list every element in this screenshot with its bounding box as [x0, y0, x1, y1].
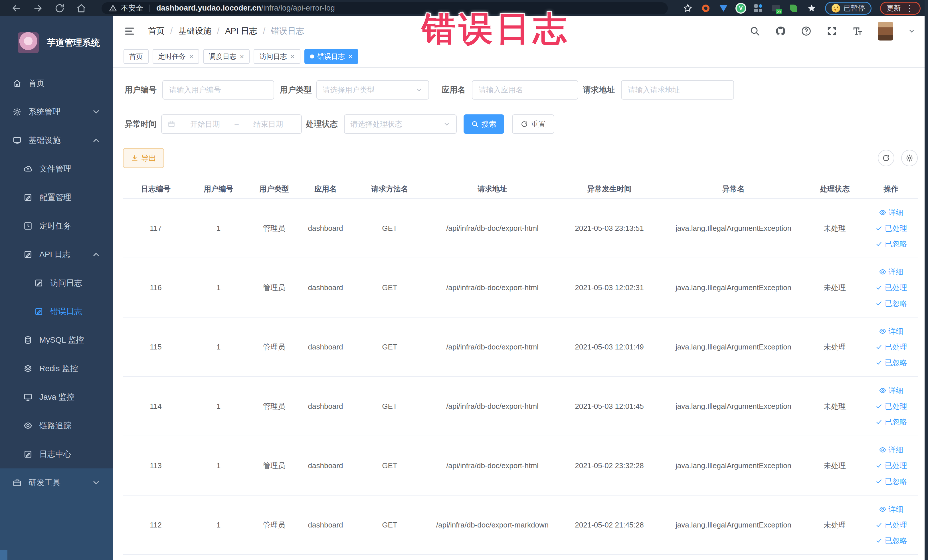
tag-定时任务[interactable]: 定时任务× [153, 49, 199, 64]
help-icon[interactable] [801, 26, 812, 37]
breadcrumb-api-log[interactable]: API 日志 [225, 25, 257, 37]
process-status-select[interactable]: 请选择处理状态 [344, 114, 457, 134]
sidebar-item-dev-tools[interactable]: 研发工具 [0, 468, 113, 497]
home-icon[interactable] [76, 3, 87, 14]
action-已处理[interactable]: 已处理 [875, 520, 907, 530]
sidebar-item-mysql[interactable]: MySQL 监控 [0, 326, 113, 354]
action-详细[interactable]: 详细 [879, 445, 904, 455]
sidebar-item-trace[interactable]: 链路追踪 [0, 411, 113, 440]
extension-orange-icon[interactable] [701, 4, 710, 13]
cell-8: java.lang.IllegalArgumentException [662, 283, 805, 292]
column-settings-button[interactable] [901, 150, 918, 166]
cell-1: 112 [123, 520, 189, 529]
tag-错误日志[interactable]: 错误日志× [304, 49, 358, 64]
sidebar-item-error-log[interactable]: 错误日志 [0, 297, 113, 326]
reset-button[interactable]: 重置 [512, 114, 554, 134]
cell-actions: 详细已处理已忽略 [865, 267, 917, 308]
action-详细[interactable]: 详细 [879, 208, 904, 218]
reload-icon[interactable] [54, 3, 65, 14]
action-详细[interactable]: 详细 [879, 327, 904, 336]
cell-3: 管理员 [249, 401, 300, 411]
github-icon[interactable] [775, 26, 786, 37]
action-详细[interactable]: 详细 [879, 386, 904, 396]
font-size-icon[interactable] [852, 26, 863, 37]
sidebar-item-access-log[interactable]: 访问日志 [0, 269, 113, 297]
column-header-4: 应用名 [300, 184, 351, 194]
bookmark-star-icon[interactable] [683, 3, 693, 13]
sidebar-logo[interactable]: 芋道管理系统 [0, 16, 113, 69]
extension-star-icon[interactable] [807, 3, 817, 13]
sidebar-item-label: 定时任务 [40, 221, 71, 231]
breadcrumb-home[interactable]: 首页 [148, 25, 165, 37]
back-icon[interactable] [11, 3, 22, 14]
action-已处理[interactable]: 已处理 [875, 461, 907, 471]
close-icon[interactable]: × [290, 53, 295, 60]
check-icon [875, 403, 883, 410]
app-name-input[interactable] [472, 80, 578, 99]
window-scrollbar[interactable] [925, 0, 928, 560]
hamburger-icon[interactable] [124, 25, 136, 37]
monitor-icon [12, 136, 22, 145]
tag-首页[interactable]: 首页 [124, 49, 149, 64]
end-date-placeholder: 结束日期 [241, 119, 296, 129]
sidebar-item-home[interactable]: 首页 [0, 69, 113, 98]
sidebar-item-file[interactable]: 文件管理 [0, 155, 113, 183]
action-已忽略[interactable]: 已忽略 [875, 358, 907, 368]
action-已处理[interactable]: 已处理 [875, 283, 907, 293]
extension-leaf-icon[interactable] [789, 4, 798, 13]
browser-menu-icon[interactable]: ⋮ [904, 4, 914, 12]
avatar[interactable] [878, 22, 893, 41]
action-已处理[interactable]: 已处理 [875, 223, 907, 233]
forward-icon[interactable] [32, 3, 43, 14]
close-icon[interactable]: × [348, 53, 353, 60]
address-bar[interactable]: 不安全 dashboard.yudao.iocoder.cn/infra/log… [102, 2, 668, 14]
search-icon[interactable] [749, 26, 760, 37]
extension-shield-icon[interactable] [719, 4, 728, 13]
extension-grid-icon[interactable] [754, 4, 763, 13]
profile-paused-chip[interactable]: 已暂停 [825, 2, 872, 15]
export-button[interactable]: 导出 [123, 148, 164, 168]
tag-访问日志[interactable]: 访问日志× [253, 49, 300, 64]
sidebar-item-config[interactable]: 配置管理 [0, 183, 113, 212]
action-已忽略[interactable]: 已忽略 [875, 536, 907, 546]
sidebar-item-job[interactable]: 定时任务 [0, 212, 113, 240]
table-row: 1151管理员dashboardGET/api/infra/db-doc/exp… [123, 317, 918, 377]
sidebar-item-api-log[interactable]: API 日志 [0, 240, 113, 269]
user-type-select[interactable]: 请选择用户类型 [316, 80, 429, 99]
eye-icon [879, 446, 886, 453]
action-已忽略[interactable]: 已忽略 [875, 298, 907, 308]
annotation-title-overlay: 错误日志 [422, 6, 570, 52]
tag-调度日志[interactable]: 调度日志× [203, 49, 250, 64]
action-已忽略[interactable]: 已忽略 [875, 417, 907, 427]
chevron-down-icon[interactable] [908, 27, 916, 35]
request-url-input[interactable] [621, 80, 734, 99]
action-已处理[interactable]: 已处理 [875, 342, 907, 352]
action-详细[interactable]: 详细 [879, 504, 904, 514]
refresh-table-button[interactable] [878, 150, 894, 166]
user-id-input[interactable] [162, 80, 274, 99]
action-已忽略[interactable]: 已忽略 [875, 476, 907, 487]
check-icon [875, 537, 883, 544]
sidebar-scroll-chip [0, 550, 8, 560]
sidebar-item-system[interactable]: 系统管理 [0, 98, 113, 126]
action-已忽略[interactable]: 已忽略 [875, 239, 907, 249]
cell-9: 未处理 [805, 342, 865, 352]
sidebar-item-java[interactable]: Java 监控 [0, 383, 113, 411]
breadcrumb-infra[interactable]: 基础设施 [178, 25, 211, 37]
close-icon[interactable]: × [240, 53, 244, 60]
chrome-update-button[interactable]: 更新⋮ [880, 2, 920, 15]
action-已处理[interactable]: 已处理 [875, 401, 907, 411]
sidebar-item-label: 系统管理 [29, 107, 61, 117]
close-icon[interactable]: × [189, 53, 194, 60]
search-button[interactable]: 搜索 [464, 114, 504, 134]
action-详细[interactable]: 详细 [879, 267, 904, 277]
sidebar-item-redis[interactable]: Redis 监控 [0, 354, 113, 383]
cell-5: GET [351, 343, 428, 351]
extension-switch-on-icon[interactable] [771, 4, 780, 13]
sidebar-item-infra[interactable]: 基础设施 [0, 126, 113, 155]
fullscreen-icon[interactable] [826, 26, 837, 37]
extension-vue-devtools-icon[interactable]: V [737, 4, 745, 12]
exception-time-range-picker[interactable]: 开始日期 – 结束日期 [161, 114, 302, 134]
cell-1: 117 [123, 224, 189, 233]
sidebar-item-log-center[interactable]: 日志中心 [0, 440, 113, 468]
